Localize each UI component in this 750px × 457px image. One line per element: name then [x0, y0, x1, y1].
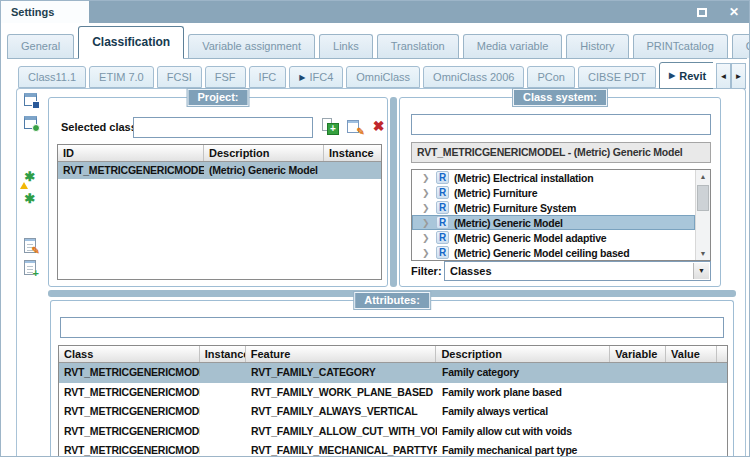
add-selected-class-button[interactable]: +: [322, 118, 339, 135]
scrollbar-thumb[interactable]: [697, 185, 709, 211]
add-badge-icon: [32, 124, 40, 132]
subtab-label: PCon: [537, 71, 565, 83]
scroll-down-icon[interactable]: ▼: [696, 247, 710, 260]
column-header-feature[interactable]: Feature: [246, 346, 437, 362]
subtab-cibse-pdt[interactable]: CIBSE PDT: [578, 66, 656, 88]
expander-icon[interactable]: ❯: [422, 218, 431, 228]
column-header-class[interactable]: Class: [59, 346, 200, 362]
scroll-tabs-right-button[interactable]: ►: [731, 63, 746, 89]
filter-dropdown[interactable]: Classes ▼: [444, 261, 711, 281]
subtab-class11-1[interactable]: Class11.1: [18, 66, 86, 88]
cell-feature: RVT_FAMILY_ALWAYS_VERTICAL: [246, 402, 437, 422]
close-icon[interactable]: ✕: [729, 6, 739, 18]
add-attributes-button[interactable]: +: [22, 259, 40, 277]
subtab-ifc[interactable]: IFC: [249, 66, 287, 88]
remove-selected-class-button[interactable]: ✖: [370, 118, 387, 135]
cell-variable: [611, 422, 667, 442]
column-header-description[interactable]: Description: [436, 346, 610, 362]
table-row[interactable]: RVT_METRICGENERICMODEL RVT_FAMILY_CATEGO…: [59, 363, 727, 383]
expander-icon[interactable]: ❯: [422, 188, 431, 198]
expander-icon[interactable]: ❯: [422, 233, 431, 243]
tree-item-label: (Metric) Electrical installation: [454, 172, 593, 184]
tab-history[interactable]: History: [566, 34, 628, 58]
class-system-panel-title: Class system:: [513, 89, 607, 106]
project-classes-table: ID Description Instance RVT_METRICGENERI…: [57, 144, 382, 280]
settings-window: { "window": { "title": "Settings" }, "ic…: [0, 0, 750, 457]
tab-general[interactable]: General: [7, 34, 74, 58]
subtab-label: FCSI: [167, 71, 192, 83]
tree-item[interactable]: ❯ R (Metric) Generic Model ceiling based: [412, 245, 695, 260]
subtab-ifc4[interactable]: ▶IFC4: [289, 66, 343, 88]
tree-item-label: (Metric) Generic Model adaptive: [454, 232, 607, 244]
table-row[interactable]: RVT_METRICGENERICMODEL RVT_FAMILY_ALWAYS…: [59, 402, 727, 422]
selected-class-display: RVT_METRICGENERICMODEL - (Metric) Generi…: [411, 142, 711, 163]
tab-qa-check[interactable]: QA check: [732, 34, 750, 58]
expander-icon[interactable]: ❯: [422, 248, 431, 258]
scroll-up-icon[interactable]: ▲: [696, 170, 710, 183]
tree-item-label: (Metric) Furniture System: [454, 202, 576, 214]
combo-arrow-icon[interactable]: ▼: [693, 263, 709, 279]
table-row[interactable]: RVT_METRICGENERICMODEL (Metric) Generic …: [58, 162, 381, 179]
tree-item[interactable]: ❯ R (Metric) Generic Model adaptive: [412, 230, 695, 245]
subtab-revit[interactable]: ▶Revit: [659, 62, 713, 89]
cell-class: RVT_METRICGENERICMODEL: [59, 402, 200, 422]
tab-media-variable[interactable]: Media variable: [463, 34, 563, 58]
tree-item[interactable]: ❯ R (Metric) Furniture System: [412, 200, 695, 215]
subtab-label: Class11.1: [28, 71, 76, 83]
check-classes-button[interactable]: ✱: [22, 169, 40, 187]
column-header-variable[interactable]: Variable: [610, 346, 666, 362]
tree-item[interactable]: ❯ R (Metric) Furniture: [412, 185, 695, 200]
subtab-fcsi[interactable]: FCSI: [157, 66, 202, 88]
project-panel: Project: Selected classes + ✎ ✖ ID Descr…: [48, 97, 388, 287]
column-header-instance[interactable]: Instance: [324, 145, 381, 161]
table-row[interactable]: RVT_METRICGENERICMODEL RVT_FAMILY_WORK_P…: [59, 383, 727, 403]
expander-icon[interactable]: ❯: [422, 203, 431, 213]
class-system-panel: Class system: RVT_METRICGENERICMODEL - (…: [399, 97, 721, 287]
table-row[interactable]: RVT_METRICGENERICMODEL RVT_FAMILY_MECHAN…: [59, 441, 727, 457]
attributes-table-header: Class Instance Feature Description Varia…: [59, 346, 727, 363]
tab-printcatalog[interactable]: PRINTcatalog: [633, 34, 728, 58]
tree-scrollbar[interactable]: ▲ ▼: [695, 170, 710, 260]
table-row[interactable]: RVT_METRICGENERICMODEL RVT_FAMILY_ALLOW_…: [59, 422, 727, 442]
selected-classes-input[interactable]: [133, 117, 313, 138]
subtab-omniclass-2006[interactable]: OmniClass 2006: [423, 66, 524, 88]
attributes-filter-input[interactable]: [60, 317, 724, 338]
edit-selected-class-button[interactable]: ✎: [346, 118, 363, 135]
tree-item-label: (Metric) Furniture: [454, 187, 537, 199]
filter-label: Filter:: [411, 265, 442, 277]
subtab-fsf[interactable]: FSF: [205, 66, 246, 88]
subtab-label: FSF: [215, 71, 236, 83]
column-header-description[interactable]: Description: [204, 145, 324, 161]
active-system-arrow-icon: ▶: [299, 73, 305, 82]
column-header-value[interactable]: Value: [666, 346, 717, 362]
cell-value: [667, 422, 718, 442]
cell-description: Family allow cut with voids: [437, 422, 611, 442]
edit-attributes-button[interactable]: ✎: [22, 237, 40, 255]
cell-instance: [200, 383, 246, 403]
class-search-input[interactable]: [411, 114, 711, 135]
cell-id: RVT_METRICGENERICMODEL: [58, 162, 204, 179]
cell-variable: [611, 402, 667, 422]
subtab-omniclass[interactable]: OmniClass: [346, 66, 420, 88]
column-header-id[interactable]: ID: [58, 145, 204, 161]
scroll-tabs-left-button[interactable]: ◄: [716, 63, 731, 89]
maximize-icon[interactable]: [697, 8, 707, 17]
tab-links[interactable]: Links: [319, 34, 373, 58]
cell-description: (Metric) Generic Model: [204, 162, 324, 179]
column-header-instance[interactable]: Instance: [200, 346, 246, 362]
tab-variable-assignment[interactable]: Variable assignment: [188, 34, 315, 58]
tree-item[interactable]: ❯ R (Metric) Electrical installation: [412, 170, 695, 185]
tree-item-selected[interactable]: ❯ R (Metric) Generic Model: [412, 215, 695, 230]
tab-classification[interactable]: Classification: [78, 26, 184, 58]
titlebar[interactable]: Settings ✕: [1, 1, 750, 23]
subtab-etim-7-0[interactable]: ETIM 7.0: [89, 66, 154, 88]
save-classification-button[interactable]: [22, 91, 40, 109]
classification-system-tab-bar: Class11.1 ETIM 7.0 FCSI FSF IFC ▶IFC4 Om…: [18, 61, 713, 89]
vertical-splitter[interactable]: [390, 97, 397, 287]
expander-icon[interactable]: ❯: [422, 173, 431, 183]
subtab-label: Revit: [679, 70, 706, 82]
new-classification-button[interactable]: [22, 114, 40, 132]
add-class-to-project-button[interactable]: ✱: [22, 191, 40, 209]
tab-translation[interactable]: Translation: [377, 34, 459, 58]
subtab-pcon[interactable]: PCon: [527, 66, 575, 88]
